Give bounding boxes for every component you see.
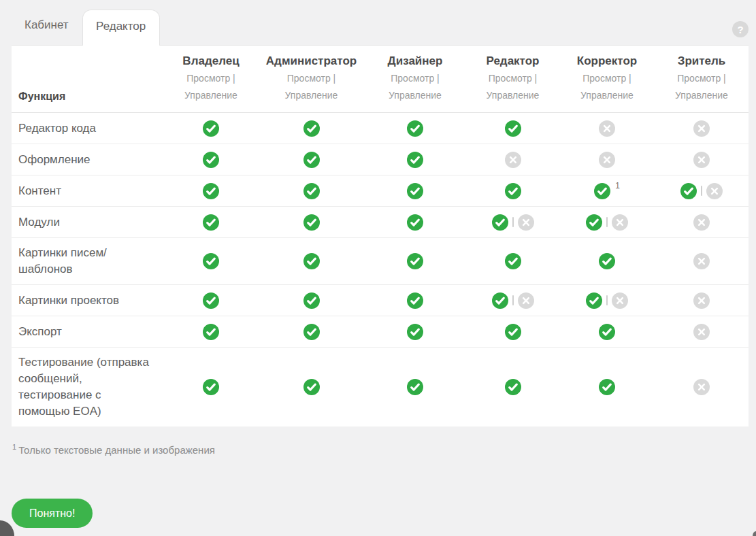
role-name: Редактор: [466, 53, 559, 70]
permission-cell: 1: [559, 183, 655, 199]
check-icon: [680, 183, 697, 199]
permission-cell: [163, 324, 259, 340]
cross-icon: [505, 152, 521, 168]
check-icon: [203, 253, 219, 269]
permission-cell: [259, 183, 364, 199]
cross-icon: [693, 324, 710, 340]
check-icon: [407, 379, 423, 395]
role-name: Владелец: [163, 53, 259, 70]
role-subtitle: Просмотр | Управление: [559, 70, 655, 104]
check-icon: [203, 120, 219, 137]
table-body: Редактор кодаОформлениеКонтент1МодулиКар…: [12, 113, 749, 426]
check-icon: [303, 379, 320, 395]
check-icon: [492, 292, 508, 309]
background-corner-shape-right: [753, 531, 756, 536]
role-header-viewer: Зритель Просмотр | Управление: [655, 53, 749, 112]
cross-icon: [612, 292, 628, 309]
check-icon: [407, 292, 423, 309]
role-header-designer: Дизайнер Просмотр | Управление: [364, 53, 466, 112]
check-icon: [407, 152, 423, 168]
cross-icon: [599, 152, 615, 168]
role-name: Корректор: [559, 53, 655, 70]
permission-cell: [163, 253, 259, 269]
check-icon: [586, 292, 602, 309]
tab-editor[interactable]: Редактор: [82, 10, 160, 46]
role-name: Дизайнер: [364, 53, 466, 70]
role-subtitle: Просмотр | Управление: [163, 70, 259, 104]
check-icon: [599, 379, 615, 395]
cross-icon: [693, 120, 710, 137]
check-icon: [303, 214, 320, 231]
permission-cell: [364, 292, 466, 309]
check-icon: [505, 183, 521, 199]
permission-cell: [259, 292, 364, 309]
check-icon: [303, 183, 320, 199]
permission-cell: [466, 183, 559, 199]
permission-cell: [655, 120, 749, 137]
tab-cabinet[interactable]: Кабинет: [24, 10, 81, 45]
check-icon: [203, 152, 219, 168]
role-header-editor: Редактор Просмотр | Управление: [466, 53, 559, 112]
help-icon-glyph: ?: [737, 24, 743, 35]
permission-cell: [364, 253, 466, 269]
footnote-marker: 1: [615, 181, 620, 190]
function-column-header: Функция: [12, 90, 163, 112]
permission-cell: [364, 379, 466, 395]
role-subtitle: Просмотр | Управление: [259, 70, 364, 104]
check-icon: [505, 253, 521, 269]
cross-icon: [693, 214, 710, 231]
table-row: Экспорт: [12, 316, 749, 348]
row-label: Тестирование (отправка сообщений, тестир…: [12, 348, 163, 426]
table-row: Редактор кода: [12, 113, 749, 144]
permission-cell: [655, 214, 749, 231]
check-icon: [505, 324, 521, 340]
help-icon[interactable]: ?: [732, 21, 749, 37]
table-row: Контент1: [12, 175, 749, 207]
permission-cell: [655, 152, 749, 168]
permission-cell: [655, 253, 749, 269]
row-label: Оформление: [12, 145, 163, 175]
permissions-table: Функция Владелец Просмотр | Управление А…: [12, 45, 749, 426]
cross-icon: [599, 120, 615, 137]
permission-cell: [559, 253, 655, 269]
row-label: Картинки писем/ шаблонов: [12, 238, 163, 284]
check-icon: [407, 183, 423, 199]
permission-cell: [364, 183, 466, 199]
check-icon: [407, 253, 423, 269]
check-icon: [505, 379, 521, 395]
role-subtitle: Просмотр | Управление: [466, 70, 559, 104]
permission-cell: [559, 214, 655, 231]
table-row: Картинки писем/ шаблонов: [12, 238, 749, 285]
permission-cell: [655, 324, 749, 340]
cross-icon: [518, 292, 534, 309]
check-icon: [407, 120, 423, 137]
footnote-text: Только текстовые данные и изображения: [18, 444, 215, 456]
check-icon: [203, 379, 219, 395]
check-icon: [407, 324, 423, 340]
cross-icon: [706, 183, 723, 199]
row-label: Редактор кода: [12, 114, 163, 144]
permission-cell: [163, 183, 259, 199]
check-icon: [203, 324, 219, 340]
check-icon: [203, 292, 219, 309]
check-icon: [492, 214, 508, 231]
permission-cell: [655, 379, 749, 395]
check-icon: [586, 214, 602, 231]
cross-icon: [693, 152, 710, 168]
permission-cell: [466, 379, 559, 395]
table-row: Картинки проектов: [12, 285, 749, 316]
permission-cell: [466, 324, 559, 340]
separator-pipe: [606, 295, 608, 305]
permission-cell: [364, 120, 466, 137]
permission-cell: [364, 152, 466, 168]
role-subtitle: Просмотр | Управление: [364, 70, 466, 104]
role-name: Администратор: [259, 53, 364, 70]
cross-icon: [693, 379, 710, 395]
permission-cell: [163, 120, 259, 137]
permission-cell: [559, 152, 655, 168]
got-it-button[interactable]: Понятно!: [12, 499, 93, 528]
cross-icon: [518, 214, 534, 231]
row-label: Модули: [12, 207, 163, 237]
check-icon: [303, 152, 320, 168]
permission-cell: [466, 253, 559, 269]
